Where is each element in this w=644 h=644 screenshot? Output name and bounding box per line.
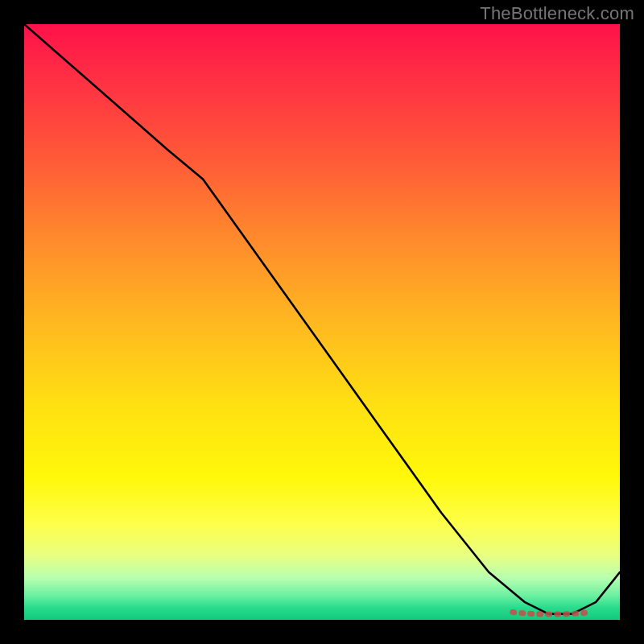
bottleneck-curve	[24, 24, 620, 614]
plot-area	[24, 24, 620, 620]
optimal-range-marker	[513, 613, 590, 615]
chart-frame: TheBottleneck.com	[0, 0, 644, 644]
chart-svg	[24, 24, 620, 620]
watermark-text: TheBottleneck.com	[480, 3, 634, 24]
